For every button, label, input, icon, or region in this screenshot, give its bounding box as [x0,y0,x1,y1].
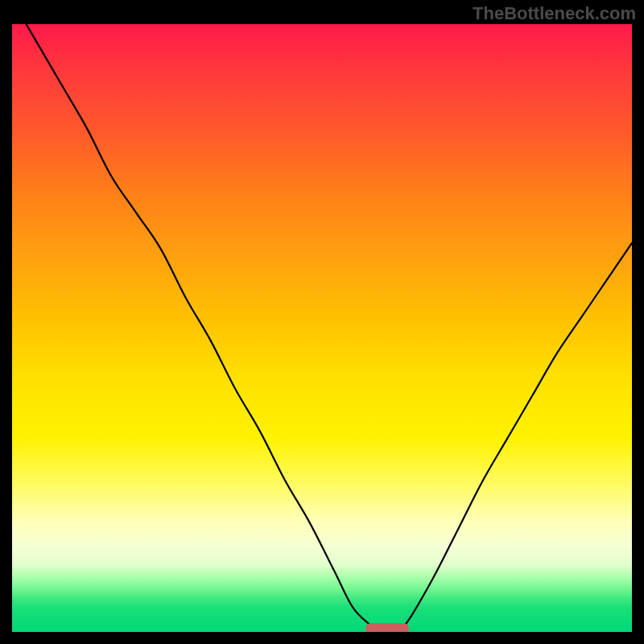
watermark-text: TheBottleneck.com [473,3,636,24]
curve-svg [12,24,632,632]
optimal-marker [365,623,409,632]
bottleneck-curve [12,24,632,632]
plot-area [12,24,632,632]
